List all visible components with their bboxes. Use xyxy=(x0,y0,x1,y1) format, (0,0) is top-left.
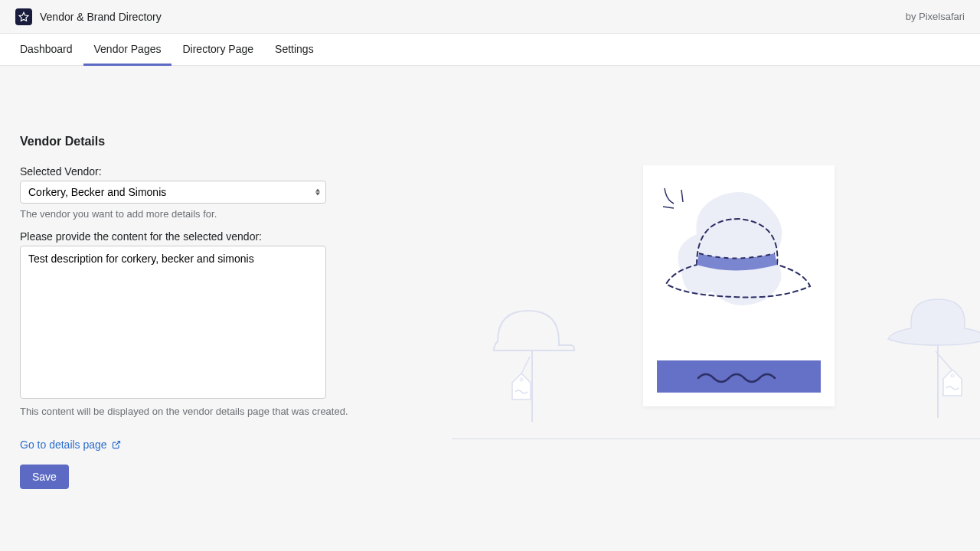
app-icon xyxy=(15,8,32,25)
topbar-left: Vendor & Brand Directory xyxy=(15,8,162,25)
nav-vendor-pages[interactable]: Vendor Pages xyxy=(83,34,172,66)
star-icon xyxy=(18,11,29,22)
nav-dashboard[interactable]: Dashboard xyxy=(9,34,83,66)
vendor-field: Selected Vendor: The vendor you want to … xyxy=(20,165,475,220)
external-link-icon xyxy=(112,440,121,449)
nav-directory-page[interactable]: Directory Page xyxy=(172,34,264,66)
details-page-link[interactable]: Go to details page xyxy=(20,439,121,451)
form-column: Vendor Details Selected Vendor: The vend… xyxy=(0,66,490,551)
nav-settings[interactable]: Settings xyxy=(264,34,325,66)
navbar: Dashboard Vendor Pages Directory Page Se… xyxy=(0,34,980,66)
svg-marker-0 xyxy=(19,12,28,21)
price-tag-left-icon xyxy=(509,372,534,403)
details-link-label: Go to details page xyxy=(20,439,107,451)
ghost-fedora-right-icon xyxy=(880,269,980,422)
main-content: Vendor Details Selected Vendor: The vend… xyxy=(0,66,980,551)
hat-sketch-icon xyxy=(643,165,835,357)
svg-line-1 xyxy=(116,442,120,446)
vendor-select[interactable] xyxy=(20,181,326,204)
section-title: Vendor Details xyxy=(20,135,475,148)
card-band xyxy=(657,360,821,393)
svg-line-9 xyxy=(663,207,674,208)
illustration-card xyxy=(643,165,835,406)
price-tag-right-icon xyxy=(940,368,965,399)
floor-line xyxy=(452,439,980,439)
byline: by Pixelsafari xyxy=(906,11,965,22)
content-field: Please provide the content for the selec… xyxy=(20,230,475,417)
save-button[interactable]: Save xyxy=(20,465,69,489)
squiggle-icon xyxy=(697,369,781,384)
vendor-help-text: The vendor you want to add more details … xyxy=(20,208,475,220)
content-label: Please provide the content for the selec… xyxy=(20,230,475,243)
illustration-column xyxy=(490,66,980,551)
content-textarea[interactable] xyxy=(20,246,326,399)
content-help-text: This content will be displayed on the ve… xyxy=(20,406,475,417)
svg-line-8 xyxy=(681,190,683,202)
vendor-label: Selected Vendor: xyxy=(20,165,475,178)
ghost-cap-left-icon xyxy=(475,272,597,425)
illustration xyxy=(528,165,942,448)
vendor-select-wrap xyxy=(20,181,326,204)
app-title: Vendor & Brand Directory xyxy=(40,11,162,23)
topbar: Vendor & Brand Directory by Pixelsafari xyxy=(0,0,980,34)
